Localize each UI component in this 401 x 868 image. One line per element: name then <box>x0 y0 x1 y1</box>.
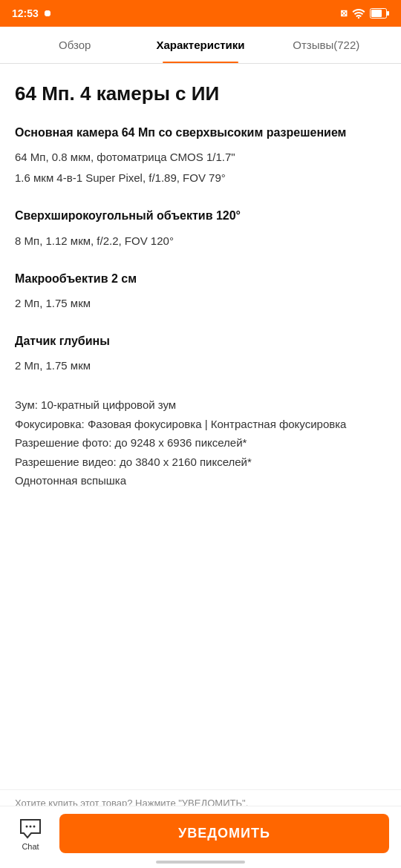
depth-sensor-spec-1: 2 Мп, 1.75 мкм <box>15 357 386 375</box>
time-display: 12:53 <box>12 7 39 19</box>
status-right: ⊠ <box>340 8 389 19</box>
page-title: 64 Мп. 4 камеры с ИИ <box>15 82 386 107</box>
svg-point-5 <box>30 825 32 827</box>
main-camera-spec-2: 1.6 мкм 4-в-1 Super Pixel, f/1.89, FOV 7… <box>15 169 386 187</box>
chat-label: Chat <box>22 842 39 851</box>
home-indicator <box>156 861 245 864</box>
main-content: 64 Мп. 4 камеры с ИИ Основная камера 64 … <box>0 64 401 579</box>
tab-reviews[interactable]: Отзывы(722) <box>264 27 389 63</box>
wifi-icon <box>352 8 365 19</box>
status-bar: 12:53 ⏺ ⊠ <box>0 0 401 27</box>
bottom-bar: Chat УВЕДОМИТЬ <box>0 806 401 868</box>
tab-overview[interactable]: Обзор <box>12 27 137 63</box>
main-camera-section: Основная камера 64 Мп со сверхвысоким ра… <box>15 125 386 187</box>
general-specs-list: Зум: 10-кратный цифровой зум Фокусировка… <box>15 395 386 490</box>
chat-icon <box>19 817 42 841</box>
macro-camera-heading: Макрообъектив 2 см <box>15 271 386 287</box>
tab-navigation: Обзор Характеристики Отзывы(722) <box>0 27 401 64</box>
macro-camera-section: Макрообъектив 2 см 2 Мп, 1.75 мкм <box>15 271 386 312</box>
svg-point-4 <box>26 825 28 827</box>
general-spec-4: Разрешение видео: до 3840 x 2160 пикселе… <box>15 453 386 472</box>
main-camera-spec-1: 64 Мп, 0.8 мкм, фотоматрица CMOS 1/1.7" <box>15 148 386 166</box>
rec-icon: ⏺ <box>43 8 52 19</box>
svg-rect-3 <box>371 10 382 17</box>
macro-camera-spec-1: 2 Мп, 1.75 мкм <box>15 295 386 312</box>
wide-camera-spec-1: 8 Мп, 1.12 мкм, f/2.2, FOV 120° <box>15 232 386 250</box>
wide-camera-heading: Сверхширокоугольный объектив 120° <box>15 208 386 224</box>
general-spec-1: Зум: 10-кратный цифровой зум <box>15 395 386 415</box>
status-left: 12:53 ⏺ <box>12 7 52 19</box>
main-camera-heading: Основная камера 64 Мп со сверхвысоким ра… <box>15 125 386 141</box>
svg-rect-2 <box>387 11 389 16</box>
tab-specs[interactable]: Характеристики <box>137 27 263 63</box>
svg-point-0 <box>358 17 359 19</box>
svg-point-6 <box>33 825 36 827</box>
chat-button[interactable]: Chat <box>12 817 49 851</box>
notify-button[interactable]: УВЕДОМИТЬ <box>59 814 389 853</box>
battery-x-icon: ⊠ <box>340 8 348 19</box>
battery-icon <box>370 8 389 19</box>
depth-sensor-section: Датчик глубины 2 Мп, 1.75 мкм <box>15 333 386 375</box>
depth-sensor-heading: Датчик глубины <box>15 333 386 349</box>
general-spec-2: Фокусировка: Фазовая фокусировка | Контр… <box>15 415 386 434</box>
general-spec-5: Однотонная вспышка <box>15 471 386 490</box>
wide-camera-section: Сверхширокоугольный объектив 120° 8 Мп, … <box>15 208 386 249</box>
general-spec-3: Разрешение фото: до 9248 x 6936 пикселей… <box>15 433 386 453</box>
